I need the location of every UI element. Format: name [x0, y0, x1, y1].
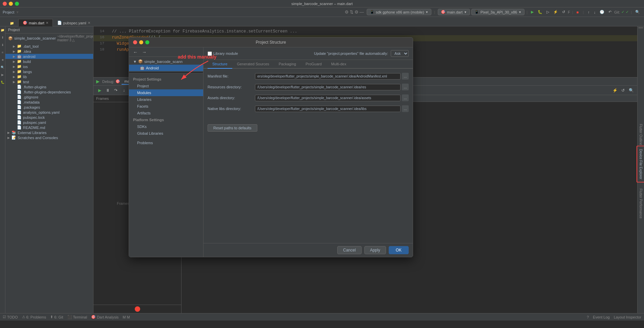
tab-proguard[interactable]: ProGuard — [301, 60, 326, 68]
history-button[interactable]: 🕐 — [598, 9, 606, 15]
native-libs-value[interactable]: /Users/oleg/developer/flutter_projects/s… — [255, 106, 401, 112]
status-terminal[interactable]: ⬛ Terminal — [67, 315, 87, 319]
nav-modules[interactable]: Modules — [129, 89, 203, 96]
native-libs-browse-btn[interactable]: … — [402, 105, 409, 112]
tree-gitignore[interactable]: ▶📄.gitignore — [5, 94, 93, 100]
sidebar-run-icon[interactable]: ▶ — [0, 72, 5, 77]
tree-packages[interactable]: ▶📄.packages — [5, 105, 93, 110]
dialog-back-button[interactable]: ← — [132, 48, 139, 56]
device-file-explorer-tab[interactable]: Device File Explorer — [637, 146, 644, 182]
coverage-button[interactable]: ▷ — [545, 9, 551, 15]
hot-reload-button[interactable]: ⚡ — [552, 9, 559, 15]
tree-test[interactable]: ▶📁test — [5, 79, 93, 84]
git-push-button[interactable]: ↓ — [593, 9, 597, 15]
tree-pubspec-yaml[interactable]: ▶📄pubspec.yaml — [5, 120, 93, 125]
status-todo[interactable]: ☑ TODO — [3, 315, 18, 319]
status-help[interactable]: ? — [587, 315, 589, 319]
tree-flutter-plugins[interactable]: ▶📄.flutter-plugins — [5, 84, 93, 89]
ok-button[interactable]: OK — [389, 246, 409, 254]
dialog-window-controls[interactable] — [133, 40, 149, 44]
dialog-max-dot[interactable] — [145, 40, 149, 44]
manifest-browse-btn[interactable]: … — [402, 73, 409, 80]
apply-button[interactable]: Apply — [364, 246, 386, 254]
tree-build[interactable]: ▶📁build — [5, 59, 93, 64]
search-everywhere-button[interactable]: 🔍 — [634, 9, 641, 15]
library-module-input[interactable] — [208, 51, 212, 56]
dialog-tree-root[interactable]: ▼ 📦 simple_barcode_scann — [129, 58, 203, 65]
resources-value[interactable]: /Users/oleg/developer/flutter_projects/s… — [255, 84, 401, 90]
resources-browse-btn[interactable]: … — [402, 84, 409, 90]
tree-pubspec-lock[interactable]: ▶📄pubspec.lock — [5, 115, 93, 120]
step-into-button[interactable]: ↓ — [121, 87, 127, 94]
tree-lib[interactable]: ▶📁lib — [5, 74, 93, 79]
window-controls[interactable] — [3, 2, 19, 6]
tab-packaging[interactable]: Packaging — [274, 60, 301, 68]
tree-scratches[interactable]: ▶📝Scratches and Consoles — [5, 135, 93, 140]
status-event-log[interactable]: Event Log — [593, 315, 610, 319]
sdk-dropdown[interactable]: 📱 sdk gphone x86 arm (mobile) ▼ — [367, 9, 431, 15]
hot-restart-button[interactable]: ↺ — [561, 9, 566, 15]
pause-button[interactable]: ⏸ — [104, 87, 111, 94]
dialog-close-dot[interactable] — [133, 40, 137, 44]
close-main-dart-tab[interactable]: ✕ — [46, 21, 48, 25]
maximize-button[interactable] — [15, 2, 19, 6]
cancel-button[interactable]: Cancel — [337, 246, 361, 254]
nav-global-libs[interactable]: Global Libraries — [129, 130, 203, 137]
nav-libraries[interactable]: Libraries — [129, 96, 203, 103]
nav-facets[interactable]: Facets — [129, 103, 203, 110]
dash-icon[interactable]: — — [360, 9, 364, 15]
tab-generated-sources[interactable]: Generated Sources — [232, 60, 274, 68]
update-dropdown[interactable]: Ask — [391, 50, 409, 57]
tree-flutter-plugins-dep[interactable]: ▶📄.flutter-plugins-dependencies — [5, 89, 93, 94]
run-button[interactable]: ▶ — [530, 9, 535, 15]
config-icon[interactable]: ⚙ — [355, 9, 359, 15]
flutter-performance-tab[interactable]: Flutter Performance — [638, 187, 643, 220]
tab-multi-dex[interactable]: Multi-dex — [326, 60, 351, 68]
dialog-forward-button[interactable]: → — [141, 48, 148, 56]
nav-sdks[interactable]: SDKs — [129, 123, 203, 130]
sidebar-debug-icon[interactable]: 🐛 — [0, 80, 5, 85]
nav-problems[interactable]: Problems — [129, 139, 203, 146]
adjust-icon[interactable]: ⇅ — [350, 9, 353, 15]
sidebar-structure-icon[interactable]: ≡ — [0, 50, 5, 55]
sidebar-bookmarks-icon[interactable]: ★ — [0, 58, 5, 62]
status-dart-analysis[interactable]: 🎯 Dart Analysis — [91, 315, 119, 319]
status-git[interactable]: ⬆ 6: Git — [50, 315, 63, 319]
settings-icon[interactable]: ⚙ — [345, 9, 349, 15]
assets-browse-btn[interactable]: … — [402, 94, 409, 101]
tab-structure[interactable]: Structure — [208, 60, 232, 69]
status-layout-inspector[interactable]: Layout Inspector — [614, 315, 641, 319]
dialog-tree-android[interactable]: 🤖 Android — [129, 65, 203, 71]
assets-value[interactable]: /Users/oleg/developer/flutter_projects/s… — [255, 95, 401, 101]
git-update-button[interactable]: ↑ — [586, 9, 591, 15]
dialog-min-dot[interactable] — [139, 40, 143, 44]
flutter-outline-tab[interactable]: Flutter Outline — [638, 122, 643, 147]
sidebar-find-icon[interactable]: 🔍 — [0, 65, 5, 70]
status-m[interactable]: M M — [123, 315, 130, 319]
close-button[interactable] — [3, 2, 7, 6]
resume-button[interactable]: ▶ — [96, 87, 103, 94]
library-module-checkbox[interactable]: Library module — [208, 51, 238, 56]
tab-pubspec-yaml[interactable]: 📄 pubspec.yaml ✕ — [53, 19, 95, 26]
reset-paths-button[interactable]: Reset paths to defaults — [208, 124, 257, 132]
sidebar-project-icon[interactable]: 📁 — [0, 28, 5, 32]
flutter-inspect-btn[interactable]: 🔍 — [628, 87, 635, 94]
manifest-value[interactable]: ers/oleg/developer/flutter_projects/simp… — [255, 73, 401, 80]
tree-analysis[interactable]: ▶📄analysis_options.yaml — [5, 110, 93, 115]
nav-project[interactable]: Project — [129, 83, 203, 89]
tree-external-libs[interactable]: ▶📚External Libraries — [5, 130, 93, 135]
tree-idea[interactable]: ▶📁.idea — [5, 49, 93, 54]
sidebar-pull-icon[interactable]: ⬇ — [0, 43, 5, 47]
project-dropdown[interactable]: Project — [3, 10, 14, 14]
step-over-button[interactable]: ↷ — [112, 87, 119, 94]
device-dropdown[interactable]: 📱 Pixel_3a_API_30_x86 ▼ — [471, 9, 524, 15]
tree-android[interactable]: ▶🤖android — [5, 54, 93, 59]
status-problems[interactable]: ⚠ 6: Problems — [22, 315, 46, 319]
close-pubspec-tab[interactable]: ✕ — [88, 21, 90, 25]
hot-reload-debug-btn[interactable]: ⚡ — [611, 87, 618, 94]
tree-ios[interactable]: ▶📁ios — [5, 64, 93, 69]
tree-metadata[interactable]: ▶📄.metadata — [5, 100, 93, 105]
debug-button[interactable]: 🐛 — [536, 9, 544, 15]
stop-button[interactable]: ■ — [575, 9, 580, 15]
hot-restart-debug-btn[interactable]: ↺ — [620, 87, 626, 94]
